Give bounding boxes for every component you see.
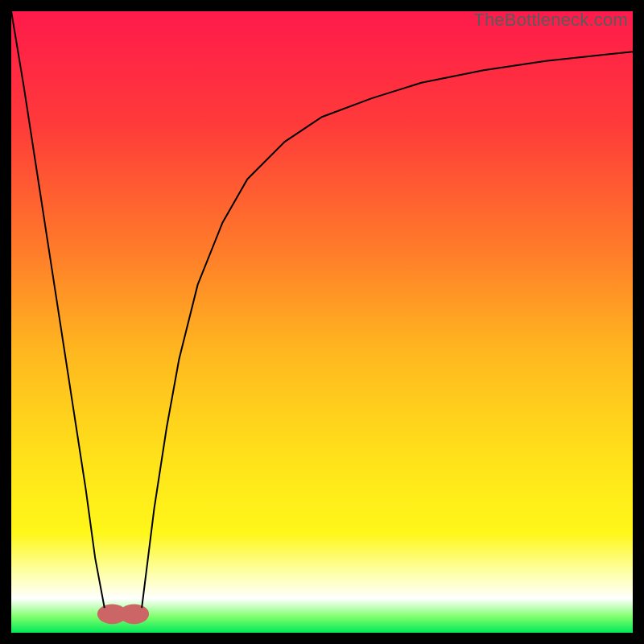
watermark-label: TheBottleneck.com (473, 10, 628, 31)
chart-frame: TheBottleneck.com (0, 0, 644, 644)
svg-rect-2 (112, 608, 134, 620)
chart-background (11, 11, 633, 633)
bottleneck-chart (11, 11, 633, 633)
